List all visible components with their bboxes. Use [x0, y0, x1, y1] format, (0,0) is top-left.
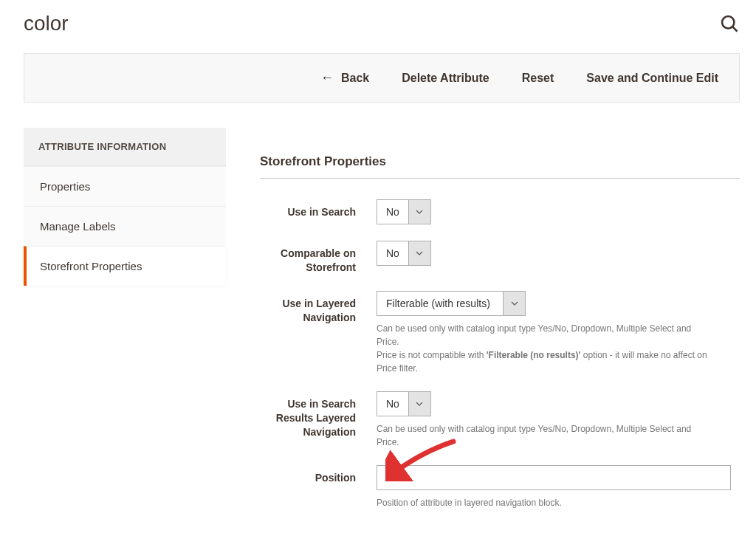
field-label: Use in Search: [260, 199, 356, 219]
page-header: color: [24, 12, 740, 35]
field-layered-nav: Use in Layered Navigation Filterable (wi…: [260, 291, 740, 375]
chevron-down-icon: [503, 292, 525, 315]
field-label: Use in Layered Navigation: [260, 291, 356, 325]
save-continue-label: Save and Continue Edit: [586, 72, 718, 85]
sidebar-header: ATTRIBUTE INFORMATION: [24, 128, 226, 166]
sidebar-item-label: Storefront Properties: [40, 260, 142, 272]
chevron-down-icon: [408, 200, 430, 224]
sidebar-item-storefront-properties[interactable]: Storefront Properties: [24, 246, 226, 286]
chevron-down-icon: [408, 241, 430, 265]
delete-attribute-label: Delete Attribute: [402, 72, 489, 85]
back-button[interactable]: ← Back: [320, 70, 369, 86]
select-value: No: [377, 200, 408, 224]
chevron-down-icon: [408, 392, 430, 416]
note-strong: 'Filterable (no results)': [487, 350, 581, 360]
main-panel: Storefront Properties Use in Search No C…: [260, 128, 740, 526]
select-value: No: [377, 392, 408, 416]
field-search-results-layered: Use in Search Results Layered Navigation…: [260, 391, 740, 449]
field-note: Can be used only with catalog input type…: [377, 422, 716, 449]
field-note: Position of attribute in layered navigat…: [377, 496, 716, 509]
svg-line-1: [732, 27, 737, 31]
reset-button-label: Reset: [522, 72, 554, 85]
search-icon[interactable]: [719, 13, 740, 34]
sidebar-item-label: Properties: [40, 180, 90, 193]
note-line: Price is not compatible with: [377, 350, 487, 360]
layered-nav-select[interactable]: Filterable (with results): [377, 291, 526, 316]
field-use-in-search: Use in Search No: [260, 199, 740, 224]
note-line: Can be used only with catalog input type…: [377, 323, 691, 347]
arrow-left-icon: ←: [320, 70, 334, 86]
sidebar-item-properties[interactable]: Properties: [24, 166, 226, 206]
field-label: Comparable on Storefront: [260, 241, 356, 275]
sidebar-item-manage-labels[interactable]: Manage Labels: [24, 206, 226, 246]
use-in-search-select[interactable]: No: [377, 199, 431, 224]
field-comparable: Comparable on Storefront No: [260, 241, 740, 275]
section-title: Storefront Properties: [260, 154, 740, 179]
actions-bar: ← Back Delete Attribute Reset Save and C…: [24, 53, 740, 103]
back-button-label: Back: [341, 72, 369, 85]
reset-button[interactable]: Reset: [522, 72, 554, 85]
delete-attribute-button[interactable]: Delete Attribute: [402, 72, 489, 85]
page-title: color: [24, 12, 69, 35]
sidebar-item-label: Manage Labels: [40, 220, 116, 233]
field-note: Can be used only with catalog input type…: [377, 322, 716, 375]
field-label: Use in Search Results Layered Navigation: [260, 391, 356, 439]
select-value: No: [377, 241, 408, 265]
search-results-layered-select[interactable]: No: [377, 391, 431, 416]
comparable-select[interactable]: No: [377, 241, 431, 266]
position-input[interactable]: [377, 465, 731, 490]
field-label: Position: [260, 465, 356, 485]
sidebar: ATTRIBUTE INFORMATION Properties Manage …: [24, 128, 226, 286]
svg-point-0: [722, 16, 734, 28]
select-value: Filterable (with results): [377, 292, 503, 315]
field-position: Position Position of attribute in layere…: [260, 465, 740, 509]
save-continue-button[interactable]: Save and Continue Edit: [586, 72, 718, 85]
